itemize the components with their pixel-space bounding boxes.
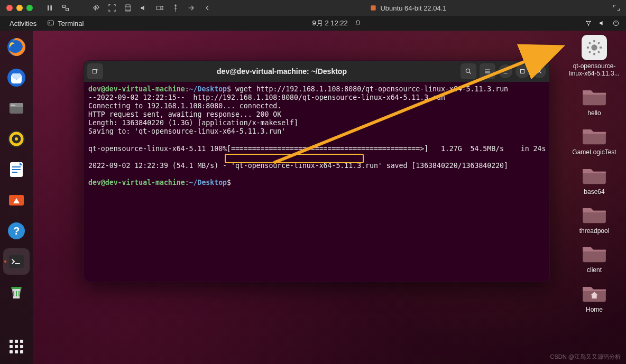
close-window-button[interactable] [6,5,13,11]
resize-icon[interactable] [92,4,100,12]
dock-libreoffice-writer[interactable] [3,156,30,183]
desktop-folder-threadpool[interactable]: threadpool [568,203,621,235]
minimize-button[interactable] [499,64,512,78]
share-icon[interactable] [187,4,196,12]
terminal-titlebar[interactable]: dev@dev-virtual-machine: ~/Desktop [84,61,549,82]
dock-rhythmbox[interactable] [3,126,30,152]
fullscreen-icon[interactable] [108,4,116,12]
folder-icon [581,85,607,107]
svg-rect-23 [93,70,96,73]
minimize-window-button[interactable] [16,5,23,11]
snapshot-icon[interactable] [61,4,70,12]
terminal-output[interactable]: dev@dev-virtual-machine:~/Desktop$ wget … [88,85,545,187]
desktop-area[interactable]: ? dev@dev-virtual-machine: ~/Desktop [0,31,626,364]
folder-icon [581,164,607,186]
menu-button[interactable] [480,63,495,79]
svg-rect-1 [48,21,54,25]
status-area[interactable] [585,20,622,27]
close-icon [536,68,543,75]
gear-icon [582,35,607,60]
svg-point-24 [466,69,470,72]
gnome-top-bar: Activities Terminal 9月 2 12:22 [0,16,626,31]
network-icon [585,20,592,27]
desktop-folder-base64[interactable]: base64 [568,164,621,195]
terminal-title: dev@dev-virtual-machine: ~/Desktop [106,67,457,76]
svg-point-13 [15,137,18,141]
terminal-body[interactable]: dev@dev-virtual-machine:~/Desktop$ wget … [84,82,549,282]
hamburger-icon [484,68,491,75]
svg-point-26 [591,44,597,50]
clock-label[interactable]: 9月 2 12:22 [312,18,348,28]
chevron-left-icon[interactable] [203,4,211,12]
maximize-button[interactable] [515,64,529,78]
svg-rect-21 [9,255,24,268]
maximize-window-button[interactable] [26,5,33,11]
new-tab-button[interactable] [87,63,103,79]
vm-title-text: Ubuntu 64-bit 22.04.1 [380,4,446,12]
terminal-app-icon [47,20,54,27]
power-icon [612,20,620,27]
desktop-folder-gamelogictest[interactable]: GameLogicTest [568,124,621,156]
activities-button[interactable]: Activities [4,20,42,27]
desktop-folder-hello[interactable]: hello [568,85,621,117]
svg-rect-22 [11,287,22,289]
volume-status-icon [599,20,606,27]
notification-bell-icon[interactable] [354,20,362,27]
volume-icon[interactable] [140,4,148,12]
desktop-folder-home[interactable]: Home [568,282,621,313]
dock-terminal[interactable] [3,248,30,275]
usb-icon[interactable] [171,4,180,12]
svg-rect-0 [371,5,376,10]
expand-icon[interactable] [612,4,621,12]
svg-rect-16 [12,169,21,170]
svg-text:?: ? [13,225,20,237]
desktop-icons-column: qt-opensource-linux-x64-5.11.3... hello … [568,35,621,313]
disk-icon [370,4,377,12]
show-applications-button[interactable] [3,333,30,360]
dock-ubuntu-software[interactable] [3,187,30,213]
terminal-window: dev@dev-virtual-machine: ~/Desktop dev@d… [84,60,550,282]
svg-rect-25 [521,70,524,73]
close-button[interactable] [532,64,546,78]
svg-rect-15 [12,166,21,167]
dock: ? [0,31,33,364]
dock-trash[interactable] [3,279,30,305]
app-indicator[interactable]: Terminal [42,20,89,27]
vm-toolbar-icons [39,4,211,12]
camera-icon[interactable] [155,4,164,12]
home-folder-icon [581,282,607,304]
window-traffic-lights [0,5,39,11]
dock-help[interactable]: ? [3,218,30,244]
printer-icon[interactable] [124,4,132,12]
search-button[interactable] [461,63,476,79]
watermark: CSDN @江鸟又又源码分析 [550,353,621,361]
folder-icon [581,124,607,146]
dock-thunderbird[interactable] [3,64,30,91]
folder-icon [581,242,607,264]
svg-rect-17 [12,172,17,173]
vm-host-bar: Ubuntu 64-bit 22.04.1 [0,0,626,16]
desktop-folder-client[interactable]: client [568,242,621,274]
app-name-label: Terminal [58,20,84,27]
search-icon [465,68,472,75]
dock-firefox[interactable] [3,34,30,60]
folder-icon [581,203,607,225]
dock-files[interactable] [3,95,30,122]
pause-icon[interactable] [45,4,54,12]
vm-title: Ubuntu 64-bit 22.04.1 [211,4,605,12]
desktop-icon-qt-run-file[interactable]: qt-opensource-linux-x64-5.11.3... [568,35,621,78]
svg-rect-10 [11,105,15,106]
